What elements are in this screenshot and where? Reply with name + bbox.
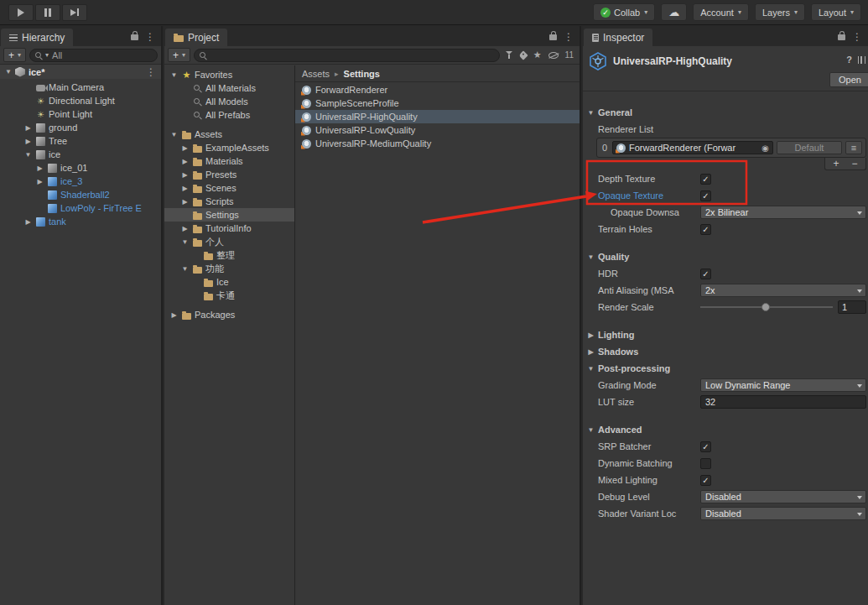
- foldout-arrow[interactable]: ▼: [169, 71, 179, 79]
- foldout-arrow[interactable]: ▶: [180, 225, 190, 232]
- hierarchy-item-tree[interactable]: ▶Tree: [0, 134, 161, 148]
- render-scale-value[interactable]: 1: [838, 300, 866, 314]
- foldout-arrow[interactable]: ▶: [586, 348, 595, 356]
- opaque-texture-checkbox[interactable]: ✓: [700, 190, 711, 201]
- step-button[interactable]: [62, 4, 87, 21]
- foldout-arrow[interactable]: ▶: [180, 185, 190, 192]
- lock-icon[interactable]: [549, 34, 557, 40]
- project-folder-settings[interactable]: Settings: [164, 208, 294, 222]
- foldout-arrow[interactable]: ▼: [586, 426, 595, 434]
- shader-variant-loc-dropdown[interactable]: Disabled: [700, 507, 866, 520]
- hierarchy-item-lowpoly-firtree-e[interactable]: LowPoly - FirTree E: [0, 201, 161, 215]
- create-asset-button[interactable]: +▾: [168, 48, 190, 62]
- open-button[interactable]: Open: [829, 72, 868, 87]
- scene-row[interactable]: ▼ ice* ⋮: [0, 65, 161, 79]
- file-universalrp-lowquality[interactable]: UniversalRP-LowQuality: [295, 123, 580, 137]
- foldout-arrow[interactable]: ▶: [586, 331, 595, 339]
- breadcrumb-root[interactable]: Assets: [302, 69, 330, 79]
- account-dropdown[interactable]: Account▾: [693, 3, 749, 21]
- tab-project[interactable]: Project: [165, 29, 227, 46]
- project-folder-item[interactable]: 卡通: [164, 289, 294, 302]
- debug-level-dropdown[interactable]: Disabled: [700, 490, 866, 503]
- foldout-arrow[interactable]: ▶: [23, 124, 33, 132]
- project-folder-all-prefabs[interactable]: All Prefabs: [164, 108, 294, 122]
- cloud-button[interactable]: ☁: [661, 3, 687, 21]
- default-button[interactable]: Default: [777, 141, 842, 154]
- hierarchy-item-directional-light[interactable]: Directional Light: [0, 94, 161, 107]
- section-header-shadows[interactable]: ▶Shadows: [583, 343, 868, 360]
- panel-menu-icon[interactable]: ⋮: [564, 32, 574, 42]
- file-universalrp-mediumquality[interactable]: UniversalRP-MediumQuality: [295, 137, 580, 150]
- layers-dropdown[interactable]: Layers▾: [755, 3, 805, 21]
- dynamic-batching-checkbox[interactable]: [700, 458, 711, 469]
- remove-renderer-button[interactable]: −: [845, 158, 864, 169]
- foldout-arrow[interactable]: ▶: [23, 138, 33, 145]
- lock-icon[interactable]: [838, 34, 845, 40]
- hierarchy-item-point-light[interactable]: Point Light: [0, 107, 161, 121]
- foldout-arrow[interactable]: ▶: [23, 218, 33, 226]
- srp-batcher-checkbox[interactable]: ✓: [700, 441, 711, 452]
- foldout-arrow[interactable]: ▶: [180, 171, 190, 179]
- file-forwardrenderer[interactable]: ForwardRenderer: [295, 83, 580, 96]
- foldout-arrow[interactable]: ▼: [586, 253, 595, 261]
- search-by-type-icon[interactable]: [506, 51, 513, 59]
- foldout-arrow[interactable]: ▶: [180, 144, 190, 152]
- project-folder-assets[interactable]: ▼Assets: [164, 128, 294, 141]
- opaque-downsa-dropdown[interactable]: 2x Bilinear: [700, 206, 866, 219]
- object-picker-icon[interactable]: ◉: [761, 143, 769, 153]
- mixed-lighting-checkbox[interactable]: ✓: [700, 475, 711, 486]
- hidden-packages-icon[interactable]: [548, 52, 559, 59]
- foldout-arrow[interactable]: ▶: [180, 158, 190, 165]
- tab-inspector[interactable]: Inspector: [584, 29, 652, 46]
- foldout-arrow[interactable]: ▼: [180, 265, 190, 273]
- collab-dropdown[interactable]: ✓ Collab ▾: [593, 3, 655, 21]
- tab-hierarchy[interactable]: Hierarchy: [1, 29, 73, 46]
- foldout-arrow[interactable]: ▶: [35, 178, 44, 185]
- hierarchy-item-tank[interactable]: ▶tank: [0, 215, 161, 228]
- hierarchy-item-ice-3[interactable]: ▶ice_3: [0, 175, 161, 188]
- foldout-arrow[interactable]: ▼: [180, 238, 190, 246]
- hierarchy-item-main-camera[interactable]: Main Camera: [0, 81, 161, 94]
- lock-icon[interactable]: [131, 34, 138, 40]
- hierarchy-search-input[interactable]: ▾ All: [29, 49, 158, 62]
- presets-icon[interactable]: [858, 56, 865, 64]
- create-object-button[interactable]: +▾: [3, 48, 26, 62]
- project-folder-presets[interactable]: ▶Presets: [164, 168, 294, 181]
- section-header-lighting[interactable]: ▶Lighting: [583, 326, 868, 343]
- renderer-object-field[interactable]: ForwardRenderer (Forwar◉: [612, 141, 773, 154]
- section-header-post-processing[interactable]: ▼Post-processing: [583, 360, 868, 377]
- foldout-arrow[interactable]: ▼: [586, 365, 595, 373]
- anti-aliasing-msa-dropdown[interactable]: 2x: [700, 284, 866, 297]
- project-folder-tutorialinfo[interactable]: ▶TutorialInfo: [164, 222, 294, 235]
- terrain-holes-checkbox[interactable]: ✓: [700, 224, 711, 235]
- file-samplesceneprofile[interactable]: SampleSceneProfile: [295, 96, 580, 110]
- renderer-list-row[interactable]: 0ForwardRenderer (Forwar◉Default≡: [597, 138, 865, 157]
- grading-mode-dropdown[interactable]: Low Dynamic Range: [700, 378, 866, 392]
- search-by-label-icon[interactable]: [518, 50, 528, 60]
- project-folder-materials[interactable]: ▶Materials: [164, 154, 294, 168]
- file-universalrp-highquality[interactable]: UniversalRP-HighQuality: [295, 110, 580, 123]
- foldout-arrow[interactable]: ▶: [35, 164, 44, 172]
- section-header-quality[interactable]: ▼Quality: [583, 248, 868, 265]
- project-folder-item[interactable]: ▼个人: [164, 235, 294, 248]
- depth-texture-checkbox[interactable]: ✓: [700, 174, 711, 185]
- hierarchy-item-ground[interactable]: ▶ground: [0, 121, 161, 134]
- project-search-input[interactable]: [194, 49, 500, 62]
- section-header-advanced[interactable]: ▼Advanced: [583, 421, 868, 438]
- foldout-arrow[interactable]: ▶: [169, 311, 179, 319]
- project-folder-scripts[interactable]: ▶Scripts: [164, 195, 294, 208]
- foldout-arrow[interactable]: ▼: [169, 131, 179, 138]
- project-folder-item[interactable]: 整理: [164, 248, 294, 262]
- hierarchy-item-shaderball2[interactable]: Shaderball2: [0, 188, 161, 201]
- project-folder-packages[interactable]: ▶Packages: [164, 308, 294, 321]
- help-icon[interactable]: ?: [846, 55, 852, 65]
- row-menu-icon[interactable]: ≡: [845, 141, 862, 154]
- project-folder-favorites[interactable]: ▼Favorites: [164, 68, 294, 81]
- render-scale-slider[interactable]: [700, 300, 833, 314]
- section-header-general[interactable]: ▼General: [583, 104, 868, 121]
- scene-menu-icon[interactable]: ⋮: [146, 67, 156, 77]
- hdr-checkbox[interactable]: ✓: [700, 269, 711, 279]
- play-button[interactable]: [8, 4, 34, 21]
- project-folder-scenes[interactable]: ▶Scenes: [164, 181, 294, 195]
- hierarchy-item-ice-01[interactable]: ▶ice_01: [0, 161, 161, 175]
